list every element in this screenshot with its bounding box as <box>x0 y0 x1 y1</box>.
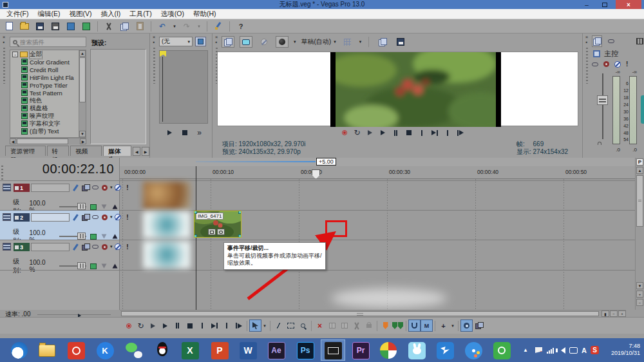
taskbar-app-powerpoint[interactable]: P <box>210 341 229 360</box>
expand-track-button[interactable] <box>3 184 11 191</box>
tab-media-generators[interactable]: 媒体生 <box>103 146 131 156</box>
selection-tool-button[interactable] <box>285 319 297 332</box>
drag-grip[interactable] <box>153 48 155 84</box>
redo-button[interactable] <box>180 21 193 32</box>
play-button[interactable] <box>159 319 171 332</box>
save-button[interactable] <box>33 21 46 32</box>
scrollbar-thumb[interactable] <box>79 57 86 102</box>
solo-button[interactable]: ! <box>124 213 132 221</box>
tree-vertical-scrollbar[interactable]: ▲ ▼ <box>79 50 86 137</box>
menu-insert[interactable]: 插入(I) <box>97 9 124 19</box>
tab-video-fx[interactable]: 视频 FX <box>70 146 102 156</box>
panel-grip[interactable]: × ▪ <box>151 35 157 157</box>
tree-item[interactable]: 字幕和文字 <box>10 120 86 128</box>
trim-end-button[interactable] <box>338 319 350 332</box>
automation-settings-button[interactable] <box>100 184 109 191</box>
trim-start-button[interactable] <box>326 319 338 332</box>
drag-grip[interactable] <box>586 48 588 84</box>
track-header-3[interactable]: 3 ! 级别: 100.0 % <box>0 240 120 270</box>
automation-button[interactable] <box>603 61 609 67</box>
tree-horizontal-scrollbar[interactable]: ◀ ▶ <box>10 138 86 144</box>
scroll-up-button[interactable]: ▲ <box>636 167 643 174</box>
taskbar-app-netease-cloud-music[interactable] <box>66 341 86 360</box>
tree-item[interactable]: 噪声纹理 <box>10 112 86 120</box>
scroll-down-button[interactable]: ▼ <box>79 131 86 137</box>
panel-pin-icon[interactable]: ▪ <box>1 40 7 45</box>
taskbar-app-kugou-music[interactable]: K <box>95 341 115 360</box>
menu-file[interactable]: 文件(F) <box>3 9 32 19</box>
play-from-start-button[interactable] <box>365 128 375 137</box>
split-button[interactable] <box>350 319 363 332</box>
preview-quality-select[interactable]: 草稿(自动) <box>301 37 336 46</box>
playhead-line[interactable] <box>196 166 196 310</box>
taskbar-app-green-docs[interactable] <box>492 341 511 360</box>
fader-handle[interactable] <box>597 95 608 105</box>
playhead-handle[interactable] <box>312 169 320 179</box>
zoom-in-time-button[interactable]: + <box>618 310 626 317</box>
downmix-button[interactable] <box>620 35 630 47</box>
lock-event-button[interactable] <box>363 319 375 332</box>
normal-edit-tool-button[interactable] <box>249 319 261 332</box>
tray-show-hidden-icons[interactable]: ▲ <box>523 338 528 362</box>
open-button[interactable] <box>18 21 31 32</box>
go-to-start-button[interactable] <box>416 128 427 137</box>
plugin-search-box[interactable] <box>10 37 86 47</box>
event-tool-button[interactable] <box>473 319 485 332</box>
caret-down-icon[interactable] <box>110 185 113 190</box>
make-compositing-child-button[interactable] <box>89 262 97 270</box>
event-fx-button[interactable] <box>217 229 225 235</box>
search-input[interactable] <box>20 39 71 46</box>
expand-track-button[interactable] <box>3 213 11 221</box>
tree-root-row[interactable]: 全部 <box>10 50 86 58</box>
insert-bus-button[interactable] <box>592 35 602 47</box>
event-thumbnail-blurred[interactable] <box>143 182 191 209</box>
selection-handle[interactable] <box>238 234 242 238</box>
taskbar-app-qq-browser[interactable] <box>10 341 29 360</box>
undo-button[interactable] <box>156 21 169 32</box>
loop-playback-button[interactable] <box>352 128 363 137</box>
stop-button[interactable] <box>184 319 196 332</box>
scroll-left-button[interactable]: ◀ <box>10 138 16 144</box>
menu-view[interactable]: 视图(V) <box>65 9 95 19</box>
quantize-to-frames-button[interactable] <box>421 319 433 332</box>
insert-marker-button[interactable] <box>379 319 392 332</box>
track-fx-button[interactable] <box>71 243 80 251</box>
menu-tools[interactable]: 工具(T) <box>126 9 155 19</box>
selection-handle[interactable] <box>238 211 242 214</box>
record-button[interactable] <box>122 319 135 332</box>
paste-button[interactable] <box>133 21 146 32</box>
preset-list-area[interactable] <box>90 49 146 144</box>
timeline-vertical-scrollbar[interactable]: P ▲ ▼ + − <box>635 158 644 310</box>
timeline-event-img-6471[interactable]: IMG_6471 <box>194 211 242 238</box>
taskbar-app-excel[interactable]: X <box>180 341 200 360</box>
cut-button[interactable] <box>102 21 115 32</box>
tree-item[interactable]: Test Pattern <box>10 89 86 97</box>
record-button[interactable] <box>339 128 350 137</box>
delete-button[interactable] <box>314 319 326 332</box>
track-fx-button[interactable] <box>71 213 80 221</box>
go-to-start-button[interactable] <box>196 319 208 332</box>
tabs-scroll-left-button[interactable]: ◀ <box>133 147 140 156</box>
track-header-2-selected[interactable]: 2 ! 级别: 100.0 % <box>0 210 120 240</box>
tree-item[interactable]: HitFilm Light Fla <box>10 73 86 81</box>
new-project-button[interactable] <box>3 21 15 32</box>
previous-frame-button[interactable] <box>442 128 453 137</box>
scroll-right-button[interactable]: ▶ <box>80 138 86 144</box>
expand-button[interactable] <box>194 128 205 137</box>
scrollbar-thumb[interactable] <box>17 138 68 144</box>
project-properties-button[interactable] <box>64 21 77 32</box>
meter-options-button[interactable] <box>634 35 644 47</box>
track-motion-button[interactable] <box>91 243 99 251</box>
zoom-out-track-button[interactable]: − <box>636 299 643 306</box>
solo-button[interactable]: ! <box>124 243 132 251</box>
tray-sogou-icon[interactable]: S <box>591 338 599 362</box>
auto-ripple-button[interactable] <box>460 319 473 332</box>
track-name-field[interactable] <box>31 243 70 251</box>
enable-snapping-button[interactable] <box>408 319 421 332</box>
video-output-fx-button[interactable] <box>258 36 270 48</box>
automation-settings-button[interactable] <box>100 243 109 251</box>
tray-input-method-icon[interactable]: A <box>582 338 587 362</box>
panel-pin-icon[interactable]: ▪ <box>583 40 590 45</box>
play-button[interactable] <box>377 128 388 137</box>
overlay-grid-button[interactable] <box>341 36 354 48</box>
